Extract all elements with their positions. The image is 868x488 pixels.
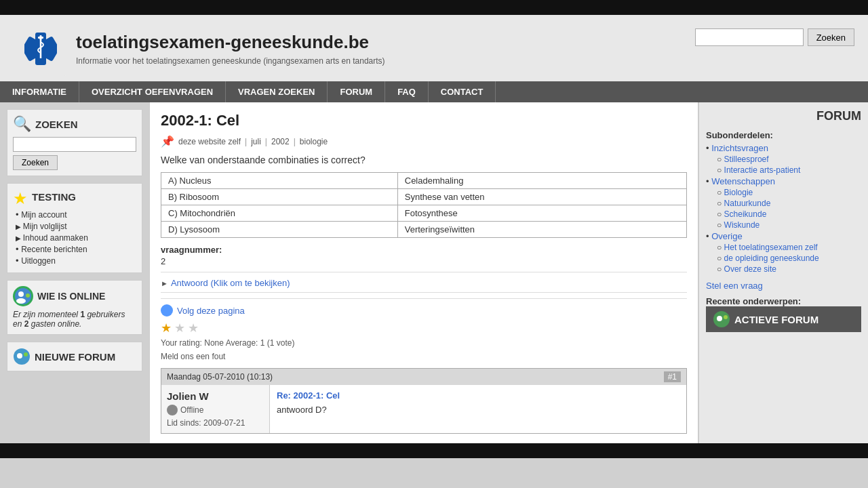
scheikunde-link[interactable]: Scheikunde <box>724 209 767 219</box>
het-toelatingsexamen-link[interactable]: Het toelatingsexamen zelf <box>724 243 818 252</box>
testing-section: ★ TESTING Mijn account Mijn volglijst In… <box>7 183 142 273</box>
sub-sub-list: Biologie Natuurkunde Scheikunde Wiskunde <box>706 188 861 230</box>
list-item: Wetenschappen Biologie Natuurkunde Schei… <box>706 176 861 230</box>
uitloggen-link[interactable]: Uitloggen <box>21 256 56 266</box>
overige-link[interactable]: Overige <box>711 231 743 241</box>
nav-overzicht[interactable]: OVERZICHT OEFENVRAGEN <box>79 81 226 102</box>
mijn-volglijst-link[interactable]: Mijn volglijst <box>23 222 67 231</box>
nav-contact[interactable]: CONTACT <box>429 81 496 102</box>
wetenschappen-link[interactable]: Wetenschappen <box>711 176 775 186</box>
stilleesproef-link[interactable]: Stilleesproef <box>724 155 769 164</box>
bottom-bar <box>0 443 868 458</box>
recente-onderwerpen: Recente onderwerpen: <box>706 296 861 306</box>
inhoud-aanmaken-link[interactable]: Inhoud aanmaken <box>23 233 88 243</box>
sidebar-search-input[interactable] <box>13 137 136 152</box>
active-forum-icon <box>713 310 730 328</box>
nav-faq[interactable]: FAQ <box>385 81 429 102</box>
post-author: Jolien W Offline Lid sinds: 2009-07-21 <box>161 385 270 433</box>
site-title: toelatingsexamen-geneeskunde.be <box>76 32 385 53</box>
left-sidebar: 🔍 ZOEKEN Zoeken ★ TESTING Mijn account M… <box>0 102 149 443</box>
mijn-account-link[interactable]: Mijn account <box>21 210 66 220</box>
list-item[interactable]: Mijn account <box>16 209 136 220</box>
online-title: WIE IS ONLINE <box>37 291 105 302</box>
answer-table: A) Nucleus Celademhaling B) Ribosoom Syn… <box>161 172 687 238</box>
over-site-link[interactable]: Over deze site <box>724 264 776 274</box>
header-search-input[interactable] <box>695 28 804 46</box>
meta-icon: 📌 <box>161 135 174 148</box>
site-subtitle: Informatie voor het toelatingsexamen gen… <box>76 56 385 66</box>
volg-pagina-link[interactable]: Volg deze pagina <box>177 306 245 316</box>
list-item: Het toelatingsexamen zelf <box>717 243 861 252</box>
table-cell-left: C) Mitochondriën <box>161 205 398 222</box>
table-cell-left: B) Ribosoom <box>161 189 398 205</box>
recente-berichten-link[interactable]: Recente berichten <box>21 245 87 254</box>
star-3-icon[interactable]: ★ <box>188 321 199 336</box>
forum-post: Maandag 05-07-2010 (10:13) #1 Jolien W O… <box>161 368 687 434</box>
page-title: 2002-1: Cel <box>161 112 687 129</box>
new-forum-title: NIEUWE FORUM <box>35 351 115 363</box>
online-section: WIE IS ONLINE Er zijn momenteel 1 gebrui… <box>7 280 142 335</box>
right-sidebar: FORUM Subonderdelen: Inzichtsvragen Stil… <box>698 102 868 443</box>
sidebar-search-box: 🔍 ZOEKEN Zoeken <box>7 109 142 176</box>
inzichtsvragen-link[interactable]: Inzichtsvragen <box>711 143 768 153</box>
sidebar-search-button[interactable]: Zoeken <box>13 155 58 170</box>
list-item[interactable]: Inhoud aanmaken <box>16 232 136 243</box>
svg-point-11 <box>26 293 30 298</box>
question-text: Welke van onderstaande combinaties is co… <box>161 155 687 165</box>
post-number: #1 <box>664 371 681 382</box>
biologie-link[interactable]: Biologie <box>724 188 753 197</box>
nav-forum[interactable]: FORUM <box>328 81 385 102</box>
svg-point-17 <box>724 315 728 319</box>
meta-subject: biologie <box>300 137 328 146</box>
nav-vragen-zoeken[interactable]: VRAGEN ZOEKEN <box>226 81 328 102</box>
post-date: Maandag 05-07-2010 (10:13) <box>167 372 273 382</box>
vraagnummer-label: vraagnummer: <box>161 245 687 255</box>
opleiding-link[interactable]: de opleiding geneeskunde <box>724 253 819 263</box>
triangle-icon: ► <box>161 279 168 287</box>
meta-month: juli <box>251 137 261 146</box>
post-title: Re: 2002-1: Cel <box>277 390 679 401</box>
nav-informatie[interactable]: INFORMATIE <box>0 81 79 102</box>
table-cell-right: Fotosynthese <box>397 205 686 222</box>
list-item: Inzichtsvragen Stilleesproef Interactie … <box>706 143 861 175</box>
active-forum-bar: ACTIEVE FORUM <box>706 306 861 332</box>
volg-row: Volg deze pagina <box>161 304 687 317</box>
svg-point-9 <box>18 291 24 297</box>
table-row: C) Mitochondriën Fotosynthese <box>161 205 687 222</box>
list-item[interactable]: Recente berichten <box>16 244 136 254</box>
table-cell-left: D) Lysosoom <box>161 222 398 238</box>
meta-year: 2002 <box>271 137 290 146</box>
volg-icon <box>161 304 173 317</box>
header-search-button[interactable]: Zoeken <box>808 28 854 46</box>
svg-point-14 <box>24 352 28 357</box>
sub-list: Inzichtsvragen Stilleesproef Interactie … <box>706 143 861 274</box>
natuurkunde-link[interactable]: Natuurkunde <box>724 199 771 208</box>
wiskunde-link[interactable]: Wiskunde <box>724 220 760 230</box>
subonderdelen-title: Subonderdelen: <box>706 130 861 140</box>
logo-area: toelatingsexamen-geneeskunde.be Informat… <box>14 22 385 76</box>
meta-source: deze website zelf <box>178 137 241 146</box>
sidebar-search-title: ZOEKEN <box>35 119 78 130</box>
stel-vraag-link[interactable]: Stel een vraag <box>706 281 861 291</box>
logo-icon <box>14 22 68 76</box>
rating-text: Your rating: None Average: 1 (1 vote) <box>161 338 687 348</box>
star-1-icon[interactable]: ★ <box>161 321 172 336</box>
page-meta: 📌 deze website zelf | juli | 2002 | biol… <box>161 135 687 148</box>
antwoord-link[interactable]: Antwoord (Klik om te bekijken) <box>171 278 290 288</box>
offline-icon <box>167 405 178 415</box>
list-item[interactable]: Uitloggen <box>16 256 136 266</box>
interactie-link[interactable]: Interactie arts-patient <box>724 165 801 175</box>
star-2-icon[interactable]: ★ <box>174 321 185 336</box>
vraagnummer-value: 2 <box>161 256 687 266</box>
table-cell-left: A) Nucleus <box>161 173 398 189</box>
testing-list: Mijn account Mijn volglijst Inhoud aanma… <box>13 209 136 266</box>
post-body: Jolien W Offline Lid sinds: 2009-07-21 R… <box>161 385 686 433</box>
list-item[interactable]: Mijn volglijst <box>16 221 136 231</box>
svg-point-16 <box>717 316 722 321</box>
meld-fout: Meld ons een fout <box>161 352 687 361</box>
list-item: Scheikunde <box>717 209 861 219</box>
svg-point-13 <box>17 353 22 359</box>
main-content: 2002-1: Cel 📌 deze website zelf | juli |… <box>149 102 698 443</box>
testing-title: TESTING <box>32 191 76 203</box>
new-forum-icon <box>13 348 31 365</box>
